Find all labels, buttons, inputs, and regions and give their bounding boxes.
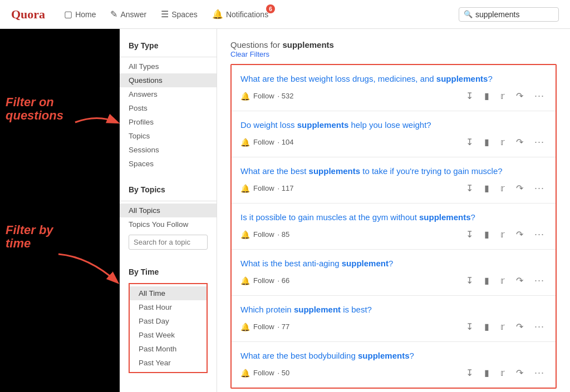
follow-icon: 🔔	[240, 138, 250, 147]
question-link[interactable]: Which protein supplement is best?	[240, 304, 547, 315]
sidebar-item-all-time[interactable]: All Time	[130, 286, 207, 300]
more-button[interactable]: ···	[532, 320, 547, 334]
question-follow: 🔔 Follow · 85	[240, 230, 289, 239]
filter-questions-arrow	[72, 111, 122, 133]
twitter-share-button[interactable]: 𝕣	[498, 90, 507, 102]
results-keyword: supplements	[282, 40, 334, 49]
table-row: What is the best anti-aging supplement? …	[232, 250, 556, 296]
table-row: Do weight loss supplements help you lose…	[232, 111, 556, 157]
twitter-share-button[interactable]: 𝕣	[498, 274, 507, 287]
downvote-button[interactable]: ↧	[464, 136, 475, 148]
by-time-section: By Time All Time Past Hour Past Day Past…	[120, 264, 217, 373]
annotation-area: Filter onquestions Filter bytime	[0, 29, 120, 392]
nav-notifications[interactable]: 🔔 6 Notifications	[207, 6, 274, 23]
more-button[interactable]: ···	[532, 366, 547, 380]
table-row: Which protein supplement is best? 🔔 Foll…	[232, 296, 556, 342]
question-follow: 🔔 Follow · 104	[240, 138, 294, 147]
sidebar-item-past-day[interactable]: Past Day	[130, 314, 207, 328]
question-link[interactable]: What are the best supplements to take if…	[240, 165, 547, 177]
question-link[interactable]: What is the best anti-aging supplement?	[240, 257, 547, 269]
share-button[interactable]: ↷	[514, 228, 525, 241]
filter-time-annotation: Filter bytime	[6, 224, 53, 250]
share-button[interactable]: ↷	[514, 136, 525, 148]
sidebar-item-sessions[interactable]: Sessions	[120, 143, 217, 157]
nav-answer[interactable]: ✎ Answer	[105, 6, 152, 23]
twitter-share-button[interactable]: 𝕣	[498, 366, 507, 379]
question-meta: 🔔 Follow · 50 ↧ ▮ 𝕣 ↷ ···	[240, 366, 547, 380]
question-follow: 🔔 Follow · 50	[240, 369, 289, 378]
facebook-share-button[interactable]: ▮	[482, 274, 492, 287]
share-button[interactable]: ↷	[514, 320, 525, 333]
question-meta: 🔔 Follow · 66 ↧ ▮ 𝕣 ↷ ···	[240, 274, 547, 287]
sidebar-item-past-year[interactable]: Past Year	[130, 356, 207, 370]
question-follow: 🔔 Follow · 532	[240, 92, 294, 101]
follow-icon: 🔔	[240, 230, 250, 239]
search-topic-input[interactable]	[129, 235, 208, 250]
follow-icon: 🔔	[240, 276, 250, 285]
question-link[interactable]: What are the best bodybuilding supplemen…	[240, 350, 547, 361]
sidebar-item-topics-follow[interactable]: Topics You Follow	[120, 217, 217, 231]
downvote-button[interactable]: ↧	[464, 228, 475, 241]
sidebar-item-spaces[interactable]: Spaces	[120, 157, 217, 171]
share-button[interactable]: ↷	[514, 182, 525, 195]
question-meta: 🔔 Follow · 532 ↧ ▮ 𝕣 ↷ ···	[240, 89, 547, 103]
nav-spaces[interactable]: ☰ Spaces	[155, 6, 203, 23]
facebook-share-button[interactable]: ▮	[482, 366, 492, 379]
downvote-button[interactable]: ↧	[464, 90, 475, 102]
sidebar-item-posts[interactable]: Posts	[120, 101, 217, 115]
notification-badge: 6	[266, 4, 275, 13]
downvote-button[interactable]: ↧	[464, 366, 475, 379]
question-link[interactable]: Do weight loss supplements help you lose…	[240, 119, 547, 131]
downvote-button[interactable]: ↧	[464, 274, 475, 287]
sidebar-item-past-month[interactable]: Past Month	[130, 342, 207, 356]
more-button[interactable]: ···	[532, 227, 547, 241]
question-meta: 🔔 Follow · 77 ↧ ▮ 𝕣 ↷ ···	[240, 320, 547, 334]
logo[interactable]: Quora	[11, 7, 45, 22]
twitter-share-button[interactable]: 𝕣	[498, 320, 507, 333]
search-input[interactable]	[475, 10, 553, 19]
facebook-share-button[interactable]: ▮	[482, 90, 492, 102]
sidebar-item-past-week[interactable]: Past Week	[130, 328, 207, 342]
question-link[interactable]: Is it possible to gain muscles at the gy…	[240, 211, 547, 223]
spaces-icon: ☰	[161, 9, 169, 19]
results-title: Questions for supplements	[230, 40, 557, 49]
twitter-share-button[interactable]: 𝕣	[498, 136, 507, 148]
facebook-share-button[interactable]: ▮	[482, 228, 492, 241]
search-box: 🔍	[459, 7, 559, 22]
nav-home[interactable]: ▢ Home	[58, 6, 101, 23]
downvote-button[interactable]: ↧	[464, 182, 475, 195]
twitter-share-button[interactable]: 𝕣	[498, 182, 507, 195]
twitter-share-button[interactable]: 𝕣	[498, 228, 507, 241]
main-content: Questions for supplements Clear Filters …	[217, 29, 570, 392]
sidebar: By Type All Types Questions Answers Post…	[120, 29, 217, 392]
downvote-button[interactable]: ↧	[464, 320, 475, 333]
more-button[interactable]: ···	[532, 135, 547, 149]
facebook-share-button[interactable]: ▮	[482, 320, 492, 333]
follow-icon: 🔔	[240, 322, 250, 331]
table-row: What are the best supplements to take if…	[232, 157, 556, 204]
clear-filters-link[interactable]: Clear Filters	[230, 50, 269, 58]
sidebar-item-past-hour[interactable]: Past Hour	[130, 300, 207, 314]
question-follow: 🔔 Follow · 77	[240, 322, 289, 331]
question-actions: ↧ ▮ 𝕣 ↷ ···	[464, 227, 547, 241]
sidebar-item-topics[interactable]: Topics	[120, 129, 217, 143]
follow-icon: 🔔	[240, 184, 250, 193]
share-button[interactable]: ↷	[514, 90, 525, 102]
share-button[interactable]: ↷	[514, 274, 525, 287]
sidebar-item-profiles[interactable]: Profiles	[120, 115, 217, 129]
question-link[interactable]: What are the best weight loss drugs, med…	[240, 73, 547, 85]
sidebar-item-answers[interactable]: Answers	[120, 87, 217, 101]
facebook-share-button[interactable]: ▮	[482, 182, 492, 195]
nav-spaces-label: Spaces	[171, 10, 198, 19]
sidebar-item-all-topics[interactable]: All Topics	[120, 204, 217, 217]
more-button[interactable]: ···	[532, 89, 547, 103]
more-button[interactable]: ···	[532, 181, 547, 195]
facebook-share-button[interactable]: ▮	[482, 136, 492, 148]
question-actions: ↧ ▮ 𝕣 ↷ ···	[464, 274, 547, 287]
more-button[interactable]: ···	[532, 274, 547, 287]
sidebar-item-all-types[interactable]: All Types	[120, 59, 217, 73]
table-row: What are the best bodybuilding supplemen…	[232, 342, 556, 388]
sidebar-item-questions[interactable]: Questions	[120, 73, 217, 87]
share-button[interactable]: ↷	[514, 366, 525, 379]
page-layout: Filter onquestions Filter bytime By Type…	[0, 29, 570, 392]
